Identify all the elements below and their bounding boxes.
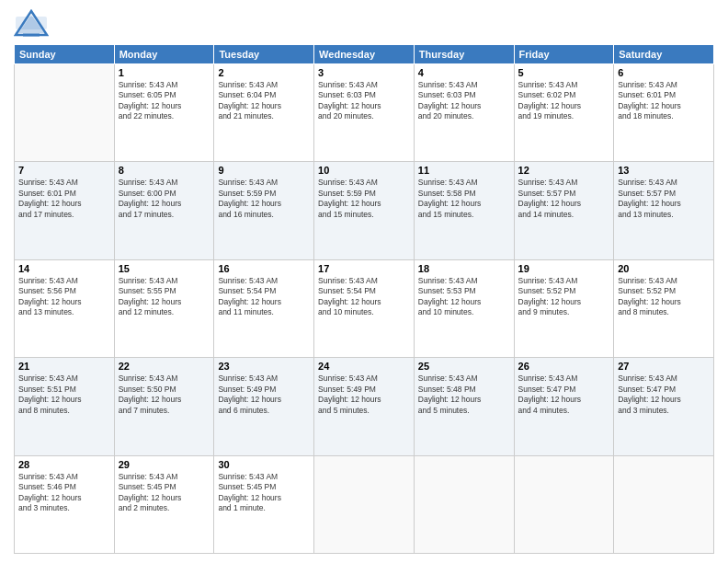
day-number: 14 — [18, 263, 110, 274]
calendar-cell: 20Sunrise: 5:43 AM Sunset: 5:52 PM Dayli… — [614, 259, 714, 357]
calendar-cell: 19Sunrise: 5:43 AM Sunset: 5:52 PM Dayli… — [514, 259, 614, 357]
day-info: Sunrise: 5:43 AM Sunset: 5:52 PM Dayligh… — [618, 276, 710, 318]
day-number: 7 — [18, 165, 110, 176]
weekday-header-friday: Friday — [514, 45, 614, 64]
day-info: Sunrise: 5:43 AM Sunset: 5:56 PM Dayligh… — [18, 276, 110, 318]
weekday-header-sunday: Sunday — [15, 45, 115, 64]
week-row-5: 28Sunrise: 5:43 AM Sunset: 5:46 PM Dayli… — [15, 455, 714, 553]
weekday-header-row: SundayMondayTuesdayWednesdayThursdayFrid… — [15, 45, 714, 64]
day-info: Sunrise: 5:43 AM Sunset: 5:45 PM Dayligh… — [119, 472, 210, 514]
day-info: Sunrise: 5:43 AM Sunset: 5:54 PM Dayligh… — [218, 276, 310, 318]
day-number: 28 — [18, 459, 110, 470]
day-info: Sunrise: 5:43 AM Sunset: 5:47 PM Dayligh… — [618, 373, 710, 416]
day-number: 18 — [418, 263, 510, 274]
day-number: 8 — [119, 165, 210, 176]
calendar-cell: 16Sunrise: 5:43 AM Sunset: 5:54 PM Dayli… — [214, 259, 314, 357]
day-number: 5 — [518, 67, 610, 78]
logo — [14, 9, 51, 37]
page: SundayMondayTuesdayWednesdayThursdayFrid… — [0, 0, 728, 563]
calendar-cell: 5Sunrise: 5:43 AM Sunset: 6:02 PM Daylig… — [514, 64, 614, 162]
calendar-cell — [15, 64, 115, 162]
day-info: Sunrise: 5:43 AM Sunset: 5:50 PM Dayligh… — [119, 373, 210, 416]
calendar-cell: 21Sunrise: 5:43 AM Sunset: 5:51 PM Dayli… — [15, 358, 115, 455]
day-number: 4 — [418, 67, 510, 78]
calendar-cell: 14Sunrise: 5:43 AM Sunset: 5:56 PM Dayli… — [15, 259, 115, 357]
day-info: Sunrise: 5:43 AM Sunset: 5:54 PM Dayligh… — [318, 276, 410, 318]
calendar-cell: 12Sunrise: 5:43 AM Sunset: 5:57 PM Dayli… — [514, 162, 614, 259]
day-number: 11 — [418, 165, 510, 176]
calendar-cell: 4Sunrise: 5:43 AM Sunset: 6:03 PM Daylig… — [414, 64, 514, 162]
day-number: 27 — [618, 361, 710, 372]
calendar-cell: 28Sunrise: 5:43 AM Sunset: 5:46 PM Dayli… — [15, 455, 115, 553]
calendar-cell: 24Sunrise: 5:43 AM Sunset: 5:49 PM Dayli… — [314, 358, 415, 455]
day-info: Sunrise: 5:43 AM Sunset: 5:52 PM Dayligh… — [518, 276, 610, 318]
calendar-cell: 29Sunrise: 5:43 AM Sunset: 5:45 PM Dayli… — [114, 455, 214, 553]
calendar: SundayMondayTuesdayWednesdayThursdayFrid… — [14, 44, 714, 554]
day-info: Sunrise: 5:43 AM Sunset: 6:05 PM Dayligh… — [119, 80, 210, 122]
day-number: 23 — [218, 361, 310, 372]
header — [14, 9, 714, 37]
calendar-cell — [414, 455, 514, 553]
day-info: Sunrise: 5:43 AM Sunset: 5:57 PM Dayligh… — [618, 178, 710, 220]
weekday-header-monday: Monday — [114, 45, 214, 64]
day-number: 19 — [518, 263, 610, 274]
day-number: 24 — [318, 361, 410, 372]
day-info: Sunrise: 5:43 AM Sunset: 5:57 PM Dayligh… — [518, 178, 610, 220]
day-info: Sunrise: 5:43 AM Sunset: 5:58 PM Dayligh… — [418, 178, 510, 220]
day-number: 3 — [318, 67, 410, 78]
calendar-cell: 8Sunrise: 5:43 AM Sunset: 6:00 PM Daylig… — [114, 162, 214, 259]
calendar-cell: 27Sunrise: 5:43 AM Sunset: 5:47 PM Dayli… — [614, 358, 714, 455]
day-number: 6 — [618, 67, 710, 78]
day-info: Sunrise: 5:43 AM Sunset: 5:49 PM Dayligh… — [218, 373, 310, 416]
calendar-cell — [314, 455, 415, 553]
day-info: Sunrise: 5:43 AM Sunset: 6:02 PM Dayligh… — [518, 80, 610, 122]
calendar-cell: 10Sunrise: 5:43 AM Sunset: 5:59 PM Dayli… — [314, 162, 415, 259]
day-number: 21 — [18, 361, 110, 372]
week-row-4: 21Sunrise: 5:43 AM Sunset: 5:51 PM Dayli… — [15, 358, 714, 455]
day-info: Sunrise: 5:43 AM Sunset: 5:51 PM Dayligh… — [18, 373, 110, 416]
week-row-3: 14Sunrise: 5:43 AM Sunset: 5:56 PM Dayli… — [15, 259, 714, 357]
day-number: 1 — [119, 67, 210, 78]
day-number: 2 — [218, 67, 310, 78]
day-info: Sunrise: 5:43 AM Sunset: 6:01 PM Dayligh… — [618, 80, 710, 122]
calendar-cell: 11Sunrise: 5:43 AM Sunset: 5:58 PM Dayli… — [414, 162, 514, 259]
logo-icon — [14, 9, 49, 37]
calendar-cell: 7Sunrise: 5:43 AM Sunset: 6:01 PM Daylig… — [15, 162, 115, 259]
day-number: 29 — [119, 459, 210, 470]
day-info: Sunrise: 5:43 AM Sunset: 5:45 PM Dayligh… — [218, 472, 310, 514]
day-number: 20 — [618, 263, 710, 274]
day-number: 13 — [618, 165, 710, 176]
day-number: 16 — [218, 263, 310, 274]
calendar-cell — [614, 455, 714, 553]
day-number: 15 — [119, 263, 210, 274]
calendar-cell: 13Sunrise: 5:43 AM Sunset: 5:57 PM Dayli… — [614, 162, 714, 259]
day-info: Sunrise: 5:43 AM Sunset: 5:59 PM Dayligh… — [218, 178, 310, 220]
day-info: Sunrise: 5:43 AM Sunset: 6:00 PM Dayligh… — [119, 178, 210, 220]
calendar-cell: 17Sunrise: 5:43 AM Sunset: 5:54 PM Dayli… — [314, 259, 415, 357]
day-number: 12 — [518, 165, 610, 176]
day-number: 25 — [418, 361, 510, 372]
calendar-cell: 23Sunrise: 5:43 AM Sunset: 5:49 PM Dayli… — [214, 358, 314, 455]
calendar-cell: 30Sunrise: 5:43 AM Sunset: 5:45 PM Dayli… — [214, 455, 314, 553]
calendar-cell: 26Sunrise: 5:43 AM Sunset: 5:47 PM Dayli… — [514, 358, 614, 455]
day-info: Sunrise: 5:43 AM Sunset: 6:03 PM Dayligh… — [318, 80, 410, 122]
day-info: Sunrise: 5:43 AM Sunset: 5:55 PM Dayligh… — [119, 276, 210, 318]
calendar-cell: 15Sunrise: 5:43 AM Sunset: 5:55 PM Dayli… — [114, 259, 214, 357]
day-number: 26 — [518, 361, 610, 372]
day-info: Sunrise: 5:43 AM Sunset: 5:48 PM Dayligh… — [418, 373, 510, 416]
calendar-cell: 6Sunrise: 5:43 AM Sunset: 6:01 PM Daylig… — [614, 64, 714, 162]
day-number: 9 — [218, 165, 310, 176]
day-number: 10 — [318, 165, 410, 176]
calendar-cell: 25Sunrise: 5:43 AM Sunset: 5:48 PM Dayli… — [414, 358, 514, 455]
day-number: 22 — [119, 361, 210, 372]
weekday-header-thursday: Thursday — [414, 45, 514, 64]
calendar-cell: 1Sunrise: 5:43 AM Sunset: 6:05 PM Daylig… — [114, 64, 214, 162]
day-info: Sunrise: 5:43 AM Sunset: 6:03 PM Dayligh… — [418, 80, 510, 122]
day-info: Sunrise: 5:43 AM Sunset: 5:53 PM Dayligh… — [418, 276, 510, 318]
weekday-header-saturday: Saturday — [614, 45, 714, 64]
week-row-1: 1Sunrise: 5:43 AM Sunset: 6:05 PM Daylig… — [15, 64, 714, 162]
weekday-header-tuesday: Tuesday — [214, 45, 314, 64]
calendar-cell: 3Sunrise: 5:43 AM Sunset: 6:03 PM Daylig… — [314, 64, 415, 162]
calendar-cell: 18Sunrise: 5:43 AM Sunset: 5:53 PM Dayli… — [414, 259, 514, 357]
day-info: Sunrise: 5:43 AM Sunset: 6:01 PM Dayligh… — [18, 178, 110, 220]
